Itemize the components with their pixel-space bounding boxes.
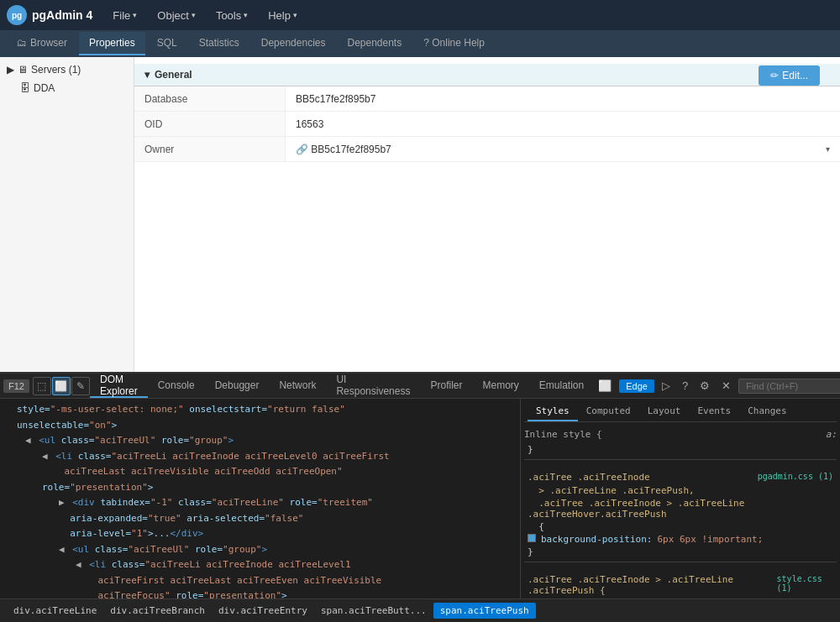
tab-statistics[interactable]: Statistics xyxy=(189,32,249,55)
styles-tab-changes[interactable]: Changes xyxy=(739,402,795,421)
menu-object[interactable]: Object ▾ xyxy=(149,6,204,25)
dom-line: aciTreeFirst aciTreeLast aciTreeEven aci… xyxy=(0,573,520,589)
edge-label: Edge xyxy=(619,379,654,393)
chevron-down-icon: ▾ xyxy=(244,11,248,19)
prop-label-owner: Owner xyxy=(134,137,286,161)
styles-tab-layout[interactable]: Layout xyxy=(639,402,690,421)
devtools-tab-dom[interactable]: DOM Explorer xyxy=(90,374,148,398)
dom-line: ▶ <div tabindex="-1" class="aciTreeLine"… xyxy=(0,495,520,511)
devtools-content: style="-ms-user-select: none;" onselects… xyxy=(0,399,840,598)
menu-file[interactable]: File ▾ xyxy=(104,6,145,25)
edit-icon: ✏ xyxy=(770,70,779,81)
devtools-panel: F12 ⬚ ⬜ ✎ DOM Explorer Console Debugger … xyxy=(0,372,840,598)
devtools-tab-debugger[interactable]: Debugger xyxy=(205,374,270,398)
nav-bar: 🗂 Browser Properties SQL Statistics Depe… xyxy=(0,30,840,57)
prop-label-database: Database xyxy=(134,86,286,111)
styles-tabs: Styles Computed Layout Events Changes xyxy=(524,402,837,422)
database-icon: 🗄 xyxy=(20,82,30,94)
dom-line: ◀ <ul class="aciTreeUl" role="group"> xyxy=(0,433,520,449)
help-icon[interactable]: ? xyxy=(678,378,692,394)
dom-line: style="-ms-user-select: none;" onselects… xyxy=(0,402,520,418)
menu-help[interactable]: Help ▾ xyxy=(260,6,306,25)
prop-line: background-position: 6px 6px !important; xyxy=(524,533,837,546)
styles-selector: .aciTree .aciTreeInode pgadmin.css (1) xyxy=(528,472,650,483)
chevron-down-icon: ▾ xyxy=(192,11,196,19)
dom-inspector-icon[interactable]: ⬚ xyxy=(33,377,51,395)
styles-inline-header: Inline style { a: xyxy=(524,429,837,440)
tab-dependencies[interactable]: Dependencies xyxy=(251,32,336,55)
chevron-down-icon: ▾ xyxy=(144,69,150,81)
sidebar-servers[interactable]: ▶ 🖥 Servers (1) xyxy=(0,60,134,79)
main-area: ▶ 🖥 Servers (1) 🗄 DDA ✏ Edit... ▾ Genera… xyxy=(0,57,840,372)
styles-inline-close: } xyxy=(524,443,837,456)
sidebar-dda[interactable]: 🗄 DDA xyxy=(0,79,134,97)
tab-dependents[interactable]: Dependents xyxy=(337,32,412,55)
tab-properties[interactable]: Properties xyxy=(79,32,145,55)
edit-button[interactable]: ✏ Edit... xyxy=(759,65,820,86)
tab-browser[interactable]: 🗂 Browser xyxy=(7,32,77,55)
logo-icon: pg xyxy=(7,5,27,25)
close-icon[interactable]: ✕ xyxy=(717,378,735,394)
app-logo: pg pgAdmin 4 xyxy=(7,5,92,25)
devtools-tab-console[interactable]: Console xyxy=(148,374,205,398)
prop-label-oid: OID xyxy=(134,112,286,136)
dom-line: ◀ <ul class="aciTreeUl" role="group"> xyxy=(0,542,520,558)
section-general-header: ▾ General xyxy=(134,64,840,86)
dom-line: unselectable="on"> xyxy=(0,418,520,434)
dom-line: aria-level="1">...</div> xyxy=(0,526,520,542)
servers-icon: 🖥 xyxy=(18,64,28,76)
prop-value-owner[interactable]: 🔗 BB5c17fe2f895b7 ▾ xyxy=(286,137,840,161)
styles-tab-computed[interactable]: Computed xyxy=(578,402,639,421)
dom-line: ◀ <li class="aciTreeLi aciTreeInode aciT… xyxy=(0,557,520,573)
screen-icon[interactable]: ⬜ xyxy=(594,378,616,394)
chevron-down-icon: ▾ xyxy=(293,11,297,19)
edit-dom-icon[interactable]: ✎ xyxy=(71,377,90,395)
expand-icon: ▶ xyxy=(7,64,14,76)
element-picker-icon[interactable]: ⬜ xyxy=(52,377,71,395)
dom-line: ◀ <li class="aciTreeLi aciTreeInode aciT… xyxy=(0,449,520,465)
top-bar: pg pgAdmin 4 File ▾ Object ▾ Tools ▾ Hel… xyxy=(0,0,840,30)
prop-row-owner: Owner 🔗 BB5c17fe2f895b7 ▾ xyxy=(134,137,840,162)
devtools-tab-emulation[interactable]: Emulation xyxy=(529,374,594,398)
find-input[interactable] xyxy=(738,379,840,394)
settings-icon[interactable]: ⚙ xyxy=(696,378,714,394)
devtools-tab-memory[interactable]: Memory xyxy=(473,374,529,398)
app-title: pgAdmin 4 xyxy=(32,8,92,22)
styles-checkbox[interactable] xyxy=(528,534,536,542)
devtools-toolbar-right: ⬜ Edge ▷ ? ⚙ ✕ xyxy=(594,378,840,394)
devtools-tab-ui-responsiveness[interactable]: UI Responsiveness xyxy=(326,374,420,398)
devtools-toolbar: F12 ⬚ ⬜ ✎ DOM Explorer Console Debugger … xyxy=(0,374,840,399)
chevron-down-icon: ▾ xyxy=(133,11,137,19)
styles-tab-styles[interactable]: Styles xyxy=(528,402,578,421)
breadcrumb-div-aciTreeBranch[interactable]: div.aciTreeBranch xyxy=(103,603,212,619)
devtools-toolbar-icons: ⬚ ⬜ ✎ xyxy=(33,377,90,395)
properties-panel: ✏ Edit... ▾ General Database BB5c17fe2f8… xyxy=(134,57,840,372)
breadcrumb-div-aciTreeEntry[interactable]: div.aciTreeEntry xyxy=(212,603,314,619)
chevron-down-icon: ▾ xyxy=(826,144,830,154)
breadcrumb-bar: div.aciTreeLine div.aciTreeBranch div.ac… xyxy=(0,598,840,622)
dom-line: aciTreeLast aciTreeVisible aciTreeOdd ac… xyxy=(0,464,520,480)
dom-line: role="presentation"> xyxy=(0,480,520,496)
breadcrumb-span-aciTreeButton[interactable]: span.aciTreeButt... xyxy=(314,603,433,619)
tab-online-help[interactable]: ? Online Help xyxy=(413,32,495,55)
breadcrumb-div-aciTreeLine[interactable]: div.aciTreeLine xyxy=(7,603,103,619)
dom-line: aciTreeFocus" role="presentation"> xyxy=(0,588,520,598)
styles-tab-events[interactable]: Events xyxy=(689,402,739,421)
prop-row-oid: OID 16563 xyxy=(134,112,840,137)
expand-icon[interactable]: ▷ xyxy=(658,378,675,394)
devtools-tab-network[interactable]: Network xyxy=(269,374,326,398)
dom-line: aria-expanded="true" aria-selected="fals… xyxy=(0,511,520,527)
styles-inline-section: Inline style { a: } xyxy=(524,426,837,460)
styles-section-1: .aciTree .aciTreeInode pgadmin.css (1) >… xyxy=(524,467,837,562)
prop-row-database: Database BB5c17fe2f895b7 xyxy=(134,86,840,112)
devtools-tab-profiler[interactable]: Profiler xyxy=(420,374,472,398)
breadcrumb-span-aciTreePush[interactable]: span.aciTreePush xyxy=(433,603,536,619)
tab-sql[interactable]: SQL xyxy=(147,32,187,55)
sidebar: ▶ 🖥 Servers (1) 🗄 DDA xyxy=(0,57,134,372)
prop-value-database: BB5c17fe2f895b7 xyxy=(286,86,840,111)
prop-value-oid: 16563 xyxy=(286,112,840,136)
styles-panel: Styles Computed Layout Events Changes In… xyxy=(521,399,840,598)
menu-tools[interactable]: Tools ▾ xyxy=(207,6,256,25)
dom-panel[interactable]: style="-ms-user-select: none;" onselects… xyxy=(0,399,521,598)
styles-section-2: .aciTree .aciTreeInode > .aciTreeLine .a… xyxy=(524,569,837,598)
